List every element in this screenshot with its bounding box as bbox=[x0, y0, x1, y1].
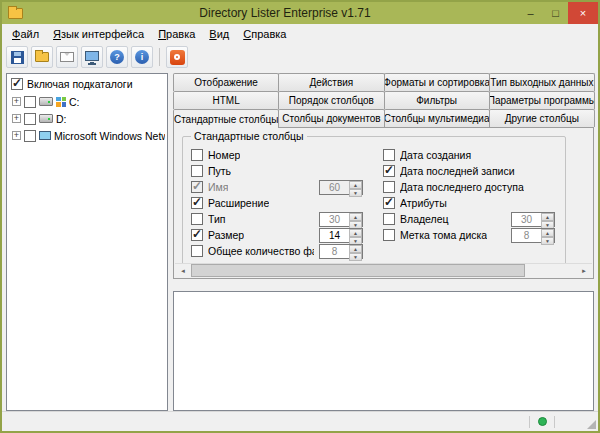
option-date-created: Дата создания bbox=[383, 147, 555, 163]
right-options-column: Дата создания Дата последней записи Дата… bbox=[383, 147, 555, 259]
sidebar-item-d-drive[interactable]: + D: bbox=[9, 110, 165, 127]
scroll-right-button[interactable]: ► bbox=[576, 264, 592, 277]
menu-edit[interactable]: Правка bbox=[151, 25, 202, 43]
spinner-down-button[interactable]: ▼ bbox=[349, 253, 362, 261]
spinner-up-button[interactable]: ▲ bbox=[349, 181, 362, 189]
exit-icon bbox=[170, 50, 185, 65]
checkbox[interactable] bbox=[383, 165, 395, 177]
horizontal-scrollbar[interactable]: ◄ ► bbox=[175, 263, 592, 277]
checkbox[interactable] bbox=[383, 149, 395, 161]
checkbox[interactable] bbox=[191, 229, 203, 241]
width-spinner[interactable]: 8 ▲▼ bbox=[319, 244, 363, 259]
checkbox[interactable] bbox=[383, 197, 395, 209]
scrollbar-thumb[interactable] bbox=[191, 264, 525, 277]
checkbox[interactable] bbox=[191, 181, 203, 193]
resize-grip[interactable] bbox=[587, 420, 596, 429]
spinner-up-button[interactable]: ▲ bbox=[541, 213, 554, 221]
tab-formats-sorting[interactable]: Форматы и сортировка bbox=[384, 73, 490, 91]
tab-other-columns[interactable]: Другие столбцы bbox=[489, 109, 595, 127]
include-subfolders-option[interactable]: Включая подкаталоги bbox=[9, 77, 165, 93]
status-bar bbox=[2, 411, 598, 431]
checkbox[interactable] bbox=[383, 213, 395, 225]
drive-checkbox[interactable] bbox=[24, 96, 36, 108]
option-type: Тип 30 ▲▼ bbox=[191, 211, 363, 227]
width-spinner[interactable]: 30 ▲▼ bbox=[319, 212, 363, 227]
checkbox[interactable] bbox=[191, 149, 203, 161]
menu-file[interactable]: Файл bbox=[5, 25, 46, 43]
sidebar-item-network[interactable]: + Microsoft Windows Network bbox=[9, 127, 165, 144]
tab-output-type[interactable]: Тип выходных данных bbox=[489, 73, 595, 91]
status-separator bbox=[529, 416, 530, 428]
toolbar-separator bbox=[159, 48, 160, 66]
exit-button[interactable] bbox=[166, 46, 188, 68]
tab-document-columns[interactable]: Столбцы документов bbox=[278, 109, 384, 127]
expand-icon[interactable]: + bbox=[12, 97, 21, 106]
tab-filters[interactable]: Фильтры bbox=[384, 91, 490, 109]
spinner-value: 8 bbox=[512, 229, 541, 242]
preview-area bbox=[173, 291, 594, 411]
tab-multimedia-columns[interactable]: Столбцы мультимедиа bbox=[384, 109, 490, 127]
option-volume-label: Метка тома диска 8 ▲▼ bbox=[383, 227, 555, 243]
option-size: Размер 14 ▲▼ bbox=[191, 227, 363, 243]
checkbox[interactable] bbox=[383, 229, 395, 241]
tab-row-1: Отображение Действия Форматы и сортировк… bbox=[173, 73, 594, 91]
app-folder-icon bbox=[8, 8, 23, 19]
checkbox-label: Расширение bbox=[208, 197, 269, 209]
sidebar-item-c-drive[interactable]: + C: bbox=[9, 93, 165, 110]
checkbox[interactable] bbox=[191, 165, 203, 177]
system-drive-icon bbox=[56, 97, 66, 107]
expand-icon[interactable]: + bbox=[12, 131, 21, 140]
option-date-accessed: Дата последнего доступа bbox=[383, 179, 555, 195]
status-separator bbox=[554, 416, 555, 428]
spinner-value: 14 bbox=[320, 229, 349, 242]
about-button[interactable]: i bbox=[131, 46, 153, 68]
checkbox[interactable] bbox=[383, 181, 395, 193]
tab-html[interactable]: HTML bbox=[173, 91, 279, 109]
scrollbar-track[interactable] bbox=[525, 264, 576, 277]
tab-standard-columns[interactable]: Стандартные столбцы bbox=[173, 109, 279, 128]
drive-tree: + C: + D: + Microsoft Windows Network bbox=[9, 93, 165, 144]
option-extension: Расширение bbox=[191, 195, 363, 211]
close-button[interactable]: × bbox=[568, 2, 598, 24]
spinner-value: 30 bbox=[512, 213, 541, 226]
width-spinner[interactable]: 8 ▲▼ bbox=[511, 228, 555, 243]
open-button[interactable] bbox=[31, 46, 53, 68]
checkbox[interactable] bbox=[191, 213, 203, 225]
menu-help[interactable]: Справка bbox=[236, 25, 293, 43]
checkbox-label: Дата последнего доступа bbox=[400, 181, 524, 193]
tab-actions[interactable]: Действия bbox=[278, 73, 384, 91]
info-icon: i bbox=[135, 50, 149, 64]
status-main-panel bbox=[6, 414, 526, 429]
checkbox[interactable] bbox=[191, 197, 203, 209]
mail-icon bbox=[60, 52, 74, 62]
expand-icon[interactable]: + bbox=[12, 114, 21, 123]
help-button[interactable]: ? bbox=[106, 46, 128, 68]
menu-interface-language[interactable]: Язык интерфейса bbox=[46, 25, 151, 43]
display-button[interactable] bbox=[81, 46, 103, 68]
width-spinner[interactable]: 14 ▲▼ bbox=[319, 228, 363, 243]
tab-column-order[interactable]: Порядок столбцов bbox=[278, 91, 384, 109]
width-spinner[interactable]: 30 ▲▼ bbox=[511, 212, 555, 227]
spinner-up-button[interactable]: ▲ bbox=[541, 229, 554, 237]
include-subfolders-checkbox[interactable] bbox=[11, 78, 23, 90]
maximize-button[interactable]: □ bbox=[543, 2, 568, 24]
spinner-down-button[interactable]: ▼ bbox=[541, 237, 554, 245]
left-options-column: Номер Путь Имя 60 ▲▼ bbox=[191, 147, 363, 259]
tab-display[interactable]: Отображение bbox=[173, 73, 279, 91]
spinner-value: 30 bbox=[320, 213, 349, 226]
spinner-up-button[interactable]: ▲ bbox=[349, 245, 362, 253]
menu-view[interactable]: Вид bbox=[202, 25, 236, 43]
network-checkbox[interactable] bbox=[24, 130, 36, 142]
scroll-left-button[interactable]: ◄ bbox=[175, 264, 191, 277]
checkbox-label: Путь bbox=[208, 165, 231, 177]
tab-program-options[interactable]: Параметры программы bbox=[489, 91, 595, 109]
minimize-button[interactable]: – bbox=[518, 2, 543, 24]
checkbox[interactable] bbox=[191, 245, 203, 257]
drive-checkbox[interactable] bbox=[24, 113, 36, 125]
width-spinner[interactable]: 60 ▲▼ bbox=[319, 180, 363, 195]
spinner-up-button[interactable]: ▲ bbox=[349, 229, 362, 237]
mail-button[interactable] bbox=[56, 46, 78, 68]
standard-columns-page: Стандартные столбцы Номер Путь bbox=[173, 127, 594, 279]
spinner-up-button[interactable]: ▲ bbox=[349, 213, 362, 221]
save-button[interactable] bbox=[6, 46, 28, 68]
